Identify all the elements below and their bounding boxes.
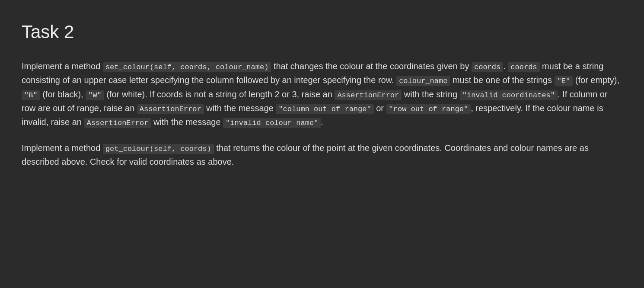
code-get-colour: get_colour(self, coords) (103, 144, 214, 154)
code-coords-1: coords (472, 62, 503, 72)
code-assertion-error-2: AssertionError (137, 104, 204, 114)
code-column-out: "column out of range" (276, 104, 373, 114)
code-e-string: "E" (555, 76, 573, 86)
code-assertion-error-1: AssertionError (335, 90, 402, 100)
code-colour-name: colour_name (396, 76, 450, 86)
code-b-string: "B" (22, 90, 40, 100)
page-title: Task 2 (22, 17, 622, 46)
code-invalid-coords: "invalid coordinates" (460, 90, 558, 100)
code-w-string: "W" (86, 90, 104, 100)
code-assertion-error-3: AssertionError (84, 118, 151, 128)
code-set-colour: set_colour(self, coords, colour_name) (103, 62, 271, 72)
paragraph-2: Implement a method get_colour(self, coor… (22, 141, 622, 169)
paragraph-1: Implement a method set_colour(self, coor… (22, 59, 622, 129)
code-row-out: "row out of range" (386, 104, 471, 114)
code-coords-2: coords (508, 62, 539, 72)
code-invalid-colour: "invalid colour name" (223, 118, 321, 128)
